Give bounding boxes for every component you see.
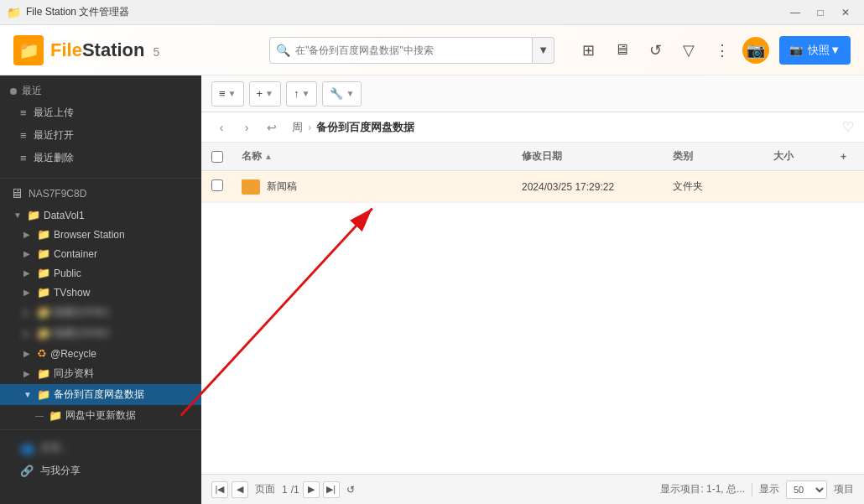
logo-file: File — [50, 39, 82, 60]
share-with-me-icon: 🔗 — [20, 465, 34, 477]
sidebar-item-share-with-me[interactable]: 🔗 与我分享 — [0, 460, 201, 482]
items-label: 项目 — [834, 482, 854, 496]
app-logo: 📁 FileStation 5 — [13, 35, 159, 65]
open-icon: ≡ — [20, 129, 27, 142]
sidebar-datavol[interactable]: ▼ 📁 DataVol1 — [0, 205, 201, 225]
toolbar: ≡ ▼ + ▼ ↑ ▼ 🔧 ▼ — [201, 75, 864, 112]
breadcrumb-sep-1: › — [308, 122, 311, 133]
recycle-folder-icon: ♻ — [37, 347, 47, 360]
row-checkbox-cell[interactable] — [208, 179, 238, 194]
nas-name: NAS7F9C8D — [29, 188, 86, 200]
tools-button[interactable]: 🔧 ▼ — [322, 81, 362, 107]
row-checkbox[interactable] — [211, 179, 223, 191]
sidebar-item-hidden2[interactable]: ▶ 📁 隐藏文件夹2 — [0, 323, 201, 344]
prev-page-button[interactable]: ◀ — [232, 481, 248, 498]
baidu-backup-folder-icon: 📁 — [37, 388, 50, 401]
header-more-icon[interactable]: ⋮ — [709, 37, 736, 64]
sidebar-item-public[interactable]: ▶ 📁 Public — [0, 263, 201, 283]
new-folder-dropdown-arrow: ▼ — [265, 89, 273, 98]
header-filter-icon[interactable]: ▽ — [675, 37, 702, 64]
logo-text: FileStation 5 — [50, 39, 159, 61]
next-page-button[interactable]: ▶ — [303, 481, 320, 498]
share-with-me-label: 与我分享 — [40, 464, 81, 478]
sidebar-item-baidu-update[interactable]: — 📁 网盘中更新数据 — [0, 405, 201, 426]
shared-icon: 👥 — [20, 442, 34, 455]
header-checkbox-cell[interactable] — [208, 151, 238, 163]
hidden1-folder-icon: 📁 — [37, 306, 50, 319]
breadcrumb-bar: ‹ › ↩ 周 › 备份到百度网盘数据 ♡ — [201, 112, 864, 143]
browser-station-label: Browser Station — [54, 229, 125, 241]
recent-dot — [10, 88, 17, 95]
recycle-label: @Recycle — [50, 348, 96, 360]
tvshow-label: TVshow — [54, 287, 90, 299]
datavol-folder-icon: 📁 — [27, 209, 40, 221]
minimize-button[interactable]: — — [783, 3, 807, 22]
search-bar: 🔍 ▼ — [269, 37, 554, 64]
close-button[interactable]: ✕ — [834, 3, 857, 22]
up-button[interactable]: ↩ — [262, 117, 282, 138]
row-name-cell: 新闻稿 — [238, 179, 518, 195]
upload-button[interactable]: ↑ ▼ — [286, 81, 317, 107]
search-input[interactable] — [269, 37, 533, 64]
header-size-cell[interactable]: 大小 — [770, 149, 837, 164]
search-dropdown-btn[interactable]: ▼ — [533, 37, 554, 64]
header-size-label: 大小 — [773, 149, 794, 164]
sidebar-item-hidden1[interactable]: ▶ 📁 隐藏文件夹1 — [0, 302, 201, 323]
container-label: Container — [54, 248, 97, 260]
sidebar: 最近 ≡ 最近上传 ≡ 最近打开 ≡ 最近删除 🖥 NAS7 — [0, 75, 201, 504]
sync-arrow: ▶ — [23, 369, 34, 378]
sidebar-item-shared[interactable]: 👥 共享... — [0, 437, 201, 460]
forward-button[interactable]: › — [237, 117, 257, 138]
container-folder-icon: 📁 — [37, 247, 50, 260]
table-row[interactable]: 新闻稿 2024/03/25 17:29:22 文件夹 — [201, 171, 864, 203]
header-copy-icon[interactable]: ⊞ — [575, 37, 601, 64]
sidebar-item-container[interactable]: ▶ 📁 Container — [0, 244, 201, 263]
sidebar-divider-1 — [0, 178, 201, 179]
favorite-icon[interactable]: ♡ — [842, 120, 854, 134]
sidebar-item-sync[interactable]: ▶ 📁 同步资料 — [0, 363, 201, 384]
baidu-update-label: 网盘中更新数据 — [65, 408, 136, 423]
new-folder-button[interactable]: + ▼ — [249, 81, 282, 107]
back-button[interactable]: ‹ — [211, 117, 232, 138]
display-per-page-select[interactable]: 50 100 200 — [786, 481, 827, 499]
first-page-button[interactable]: |◀ — [211, 481, 228, 498]
baidu-backup-label: 备份到百度网盘数据 — [54, 387, 144, 402]
sidebar-item-recent-delete[interactable]: ≡ 最近删除 — [0, 147, 201, 169]
sidebar-item-recycle[interactable]: ▶ ♻ @Recycle — [0, 344, 201, 363]
breadcrumb-root[interactable]: 周 — [292, 120, 303, 135]
header-monitor-icon[interactable]: 🖥 — [608, 37, 635, 64]
sidebar-item-recent-open[interactable]: ≡ 最近打开 — [0, 124, 201, 147]
sidebar-recent-upload-label: 最近上传 — [34, 106, 74, 120]
sidebar-recent-header: 最近 — [0, 81, 201, 101]
sidebar-item-tvshow[interactable]: ▶ 📁 TVshow — [0, 283, 201, 302]
window-controls: — □ ✕ — [783, 3, 857, 22]
sidebar-item-recent-upload[interactable]: ≡ 最近上传 — [0, 101, 201, 124]
public-label: Public — [54, 268, 81, 279]
header-add-cell[interactable]: + — [837, 151, 857, 163]
tools-dropdown-arrow: ▼ — [346, 89, 354, 98]
maximize-button[interactable]: □ — [809, 3, 832, 22]
content-area: 最近 ≡ 最近上传 ≡ 最近打开 ≡ 最近删除 🖥 NAS7 — [0, 75, 864, 504]
upload-icon: ≡ — [20, 107, 27, 119]
header-name-cell[interactable]: 名称 ▲ — [238, 149, 518, 164]
list-view-button[interactable]: ≡ ▼ — [211, 81, 244, 107]
sidebar-recent-section: 最近 ≡ 最近上传 ≡ 最近打开 ≡ 最近删除 — [0, 75, 201, 174]
header-refresh-icon[interactable]: ↺ — [642, 37, 669, 64]
sidebar-bottom: 👥 共享... 🔗 与我分享 — [0, 434, 201, 486]
quick-view-button[interactable]: 📷 快照▼ — [779, 36, 851, 65]
refresh-icon[interactable]: ↺ — [346, 484, 355, 496]
sidebar-item-browser-station[interactable]: ▶ 📁 Browser Station — [0, 225, 201, 244]
header-camera-icon[interactable]: 📷 — [742, 37, 769, 64]
row-modified-cell: 2024/03/25 17:29:22 — [518, 181, 669, 193]
delete-icon: ≡ — [20, 152, 27, 164]
sidebar-item-baidu-backup[interactable]: ▼ 📁 备份到百度网盘数据 — [0, 384, 201, 405]
window-title: File Station 文件管理器 — [26, 5, 129, 19]
hidden2-arrow: ▶ — [23, 329, 34, 338]
last-page-button[interactable]: ▶| — [323, 481, 340, 498]
main-content: ≡ ▼ + ▼ ↑ ▼ 🔧 ▼ ‹ › — [201, 75, 864, 504]
header-modified-cell[interactable]: 修改日期 — [518, 149, 669, 164]
header-type-cell[interactable]: 类别 — [669, 149, 770, 164]
page-nav: |◀ ◀ 页面 1 /1 ▶ ▶| — [211, 481, 340, 498]
nas-label: 🖥 NAS7F9C8D — [0, 182, 201, 205]
select-all-checkbox[interactable] — [211, 151, 223, 163]
